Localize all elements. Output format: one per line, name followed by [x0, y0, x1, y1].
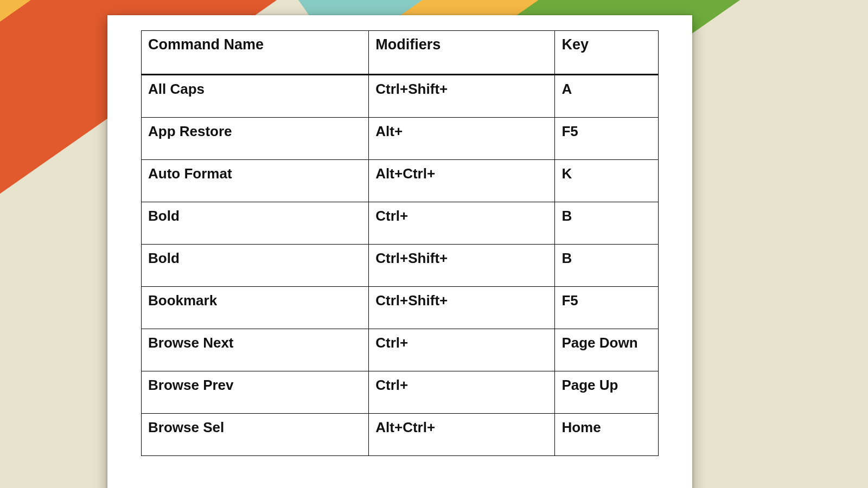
- cell-command: App Restore: [142, 118, 369, 160]
- cell-key: Page Down: [555, 329, 659, 371]
- shortcuts-tbody: All Caps Ctrl+Shift+ A App Restore Alt+ …: [142, 75, 659, 456]
- cell-modifiers: Ctrl+Shift+: [369, 287, 555, 329]
- table-header-row: Command Name Modifiers Key: [142, 31, 659, 75]
- cell-key: Page Up: [555, 371, 659, 414]
- cell-command: Browse Prev: [142, 371, 369, 414]
- table-row: App Restore Alt+ F5: [142, 118, 659, 160]
- table-row: Browse Sel Alt+Ctrl+ Home: [142, 414, 659, 456]
- table-row: Bold Ctrl+Shift+ B: [142, 245, 659, 287]
- header-key: Key: [555, 31, 659, 75]
- cell-command: Bold: [142, 202, 369, 245]
- table-row: Auto Format Alt+Ctrl+ K: [142, 160, 659, 202]
- cell-modifiers: Ctrl+: [369, 202, 555, 245]
- cell-modifiers: Alt+Ctrl+: [369, 160, 555, 202]
- cell-command: All Caps: [142, 75, 369, 118]
- shortcuts-table: Command Name Modifiers Key All Caps Ctrl…: [141, 30, 659, 456]
- header-command: Command Name: [142, 31, 369, 75]
- cell-key: A: [555, 75, 659, 118]
- cell-key: K: [555, 160, 659, 202]
- cell-modifiers: Ctrl+Shift+: [369, 245, 555, 287]
- table-row: Browse Prev Ctrl+ Page Up: [142, 371, 659, 414]
- cell-modifiers: Alt+: [369, 118, 555, 160]
- cell-key: B: [555, 202, 659, 245]
- table-row: Bold Ctrl+ B: [142, 202, 659, 245]
- cell-key: F5: [555, 287, 659, 329]
- header-modifiers: Modifiers: [369, 31, 555, 75]
- document-page: Command Name Modifiers Key All Caps Ctrl…: [107, 15, 692, 488]
- cell-key: Home: [555, 414, 659, 456]
- cell-command: Browse Next: [142, 329, 369, 371]
- cell-modifiers: Ctrl+Shift+: [369, 75, 555, 118]
- cell-modifiers: Ctrl+: [369, 329, 555, 371]
- cell-key: F5: [555, 118, 659, 160]
- cell-modifiers: Alt+Ctrl+: [369, 414, 555, 456]
- cell-key: B: [555, 245, 659, 287]
- cell-command: Bold: [142, 245, 369, 287]
- cell-modifiers: Ctrl+: [369, 371, 555, 414]
- table-row: Browse Next Ctrl+ Page Down: [142, 329, 659, 371]
- cell-command: Auto Format: [142, 160, 369, 202]
- cell-command: Bookmark: [142, 287, 369, 329]
- table-row: Bookmark Ctrl+Shift+ F5: [142, 287, 659, 329]
- cell-command: Browse Sel: [142, 414, 369, 456]
- table-row: All Caps Ctrl+Shift+ A: [142, 75, 659, 118]
